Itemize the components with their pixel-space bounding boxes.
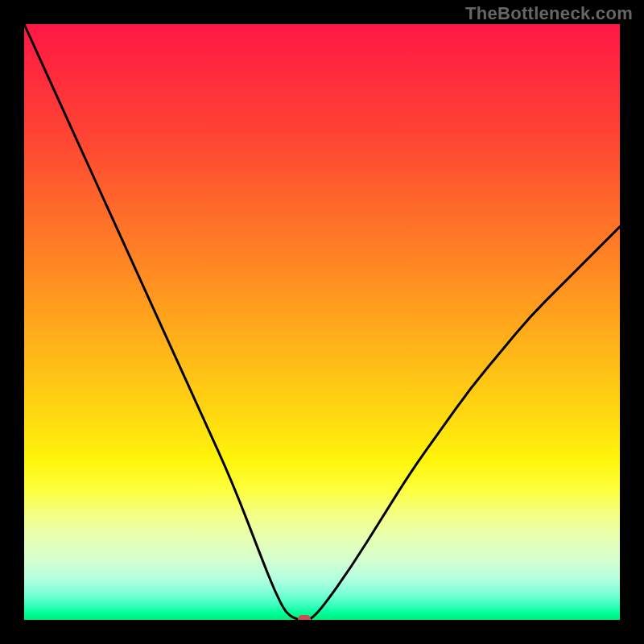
- optimal-point-marker: [298, 615, 311, 620]
- chart-container: TheBottleneck.com: [0, 0, 644, 644]
- bottleneck-curve: [24, 24, 620, 620]
- watermark-text: TheBottleneck.com: [465, 3, 633, 24]
- plot-area: [24, 24, 620, 620]
